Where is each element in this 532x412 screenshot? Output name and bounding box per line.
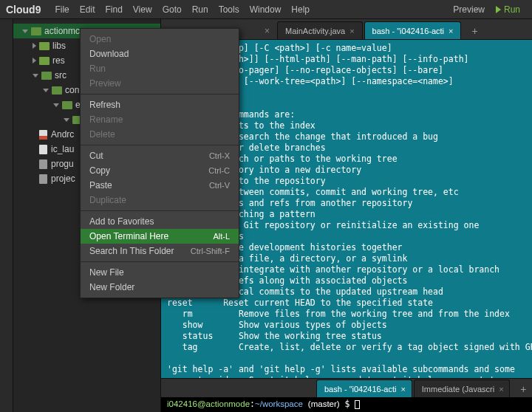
tab-label: Immediate (Javascri bbox=[422, 385, 494, 394]
ctx-label: Paste bbox=[89, 180, 112, 190]
context-menu-item: Preview bbox=[81, 76, 239, 91]
context-menu-item: Open bbox=[81, 32, 239, 47]
tree-label: projec bbox=[51, 174, 75, 184]
brand: Cloud9 bbox=[6, 4, 41, 16]
chevron-right-icon bbox=[33, 58, 36, 63]
ctx-shortcut: Ctrl-C bbox=[208, 166, 230, 175]
separator bbox=[81, 261, 239, 262]
tree-label: con bbox=[65, 85, 79, 95]
ctx-shortcut: Ctrl-X bbox=[209, 151, 230, 160]
context-menu-item[interactable]: New File bbox=[81, 265, 239, 280]
menubar: Cloud9 File Edit Find View Goto Run Tool… bbox=[0, 0, 532, 19]
ctx-shortcut: Ctrl-V bbox=[209, 181, 230, 190]
tree-label: progu bbox=[51, 159, 74, 169]
ctx-shortcut: Ctrl-Shift-F bbox=[191, 247, 230, 255]
context-menu-item[interactable]: New Folder bbox=[81, 280, 239, 295]
context-menu-item: Rename bbox=[81, 112, 239, 127]
ctx-label: Cut bbox=[89, 151, 103, 161]
tree-label: res bbox=[52, 55, 65, 66]
bottom-tabs: bash - "i042416-acti× Immediate (Javascr… bbox=[161, 378, 532, 397]
run-button[interactable]: Run bbox=[490, 4, 526, 15]
preview-button[interactable]: Preview bbox=[448, 4, 490, 15]
add-tab-button[interactable]: + bbox=[514, 381, 532, 397]
folder-icon bbox=[39, 42, 50, 50]
bottom-tab-immediate[interactable]: Immediate (Javascri× bbox=[414, 380, 511, 397]
menu-view[interactable]: View bbox=[128, 4, 157, 15]
chevron-down-icon bbox=[64, 118, 69, 122]
ctx-label: Refresh bbox=[89, 100, 120, 110]
folder-icon bbox=[41, 72, 52, 80]
ctx-label: New Folder bbox=[89, 282, 134, 292]
add-tab-button[interactable]: + bbox=[466, 23, 483, 39]
ctx-label: Open Terminal Here bbox=[89, 231, 168, 241]
close-icon[interactable]: × bbox=[499, 385, 503, 394]
menu-goto[interactable]: Goto bbox=[157, 4, 187, 15]
separator bbox=[81, 94, 239, 95]
play-icon bbox=[496, 6, 501, 13]
ctx-label: Copy bbox=[89, 165, 110, 176]
menu-window[interactable]: Window bbox=[245, 4, 287, 15]
file-icon bbox=[39, 174, 47, 184]
close-icon[interactable]: × bbox=[400, 385, 405, 394]
tab-bash[interactable]: bash - "i042416-acti× bbox=[364, 21, 462, 39]
menu-file[interactable]: File bbox=[50, 4, 74, 15]
context-menu-item: Delete bbox=[81, 127, 239, 142]
chevron-down-icon bbox=[33, 74, 38, 78]
chevron-down-icon bbox=[22, 30, 28, 33]
ctx-label: Open bbox=[89, 34, 111, 44]
bottom-tab-bash[interactable]: bash - "i042416-acti× bbox=[316, 380, 412, 397]
menu-edit[interactable]: Edit bbox=[75, 4, 100, 15]
folder-icon bbox=[31, 27, 41, 35]
separator bbox=[81, 145, 239, 145]
folder-icon bbox=[62, 101, 72, 109]
tree-label: actionmc bbox=[44, 26, 80, 36]
separator bbox=[81, 210, 239, 211]
tab-label: MainActivity.java bbox=[285, 27, 345, 35]
menu-run[interactable]: Run bbox=[187, 4, 214, 15]
ctx-label: Download bbox=[89, 49, 129, 59]
ctx-label: New File bbox=[89, 267, 124, 278]
context-menu-item[interactable]: Download bbox=[81, 47, 239, 61]
tree-label: libs bbox=[52, 41, 66, 51]
folder-icon bbox=[39, 57, 50, 65]
context-menu-item[interactable]: CutCtrl-X bbox=[81, 148, 239, 163]
tab-label: bash - "i042416-acti bbox=[372, 27, 444, 35]
context-menu-item[interactable]: Add to Favorites bbox=[81, 214, 239, 229]
file-icon bbox=[39, 145, 47, 154]
context-menu-item: Duplicate bbox=[81, 193, 239, 207]
menu-help[interactable]: Help bbox=[286, 4, 315, 15]
tree-label: ic_lau bbox=[51, 144, 74, 154]
ctx-label: Duplicate bbox=[89, 195, 126, 205]
ctx-label: Search In This Folder bbox=[89, 246, 174, 256]
context-menu-item[interactable]: PasteCtrl-V bbox=[81, 178, 239, 193]
context-menu-item[interactable]: CopyCtrl-C bbox=[81, 163, 239, 178]
ctx-label: Delete bbox=[89, 129, 115, 140]
context-menu-item[interactable]: Refresh bbox=[81, 97, 239, 112]
bottom-terminal[interactable]: i042416@actionmode:~/workspace (master) … bbox=[161, 397, 532, 412]
chevron-right-icon bbox=[33, 43, 36, 49]
tree-label: Andrc bbox=[51, 129, 74, 140]
context-menu: OpenDownloadRunPreviewRefreshRenameDelet… bbox=[80, 28, 239, 298]
file-icon bbox=[39, 159, 47, 169]
ctx-shortcut: Alt-L bbox=[213, 232, 230, 241]
tab-mainactivity[interactable]: MainActivity.java× bbox=[277, 21, 363, 39]
context-menu-item[interactable]: Search In This FolderCtrl-Shift-F bbox=[81, 244, 239, 258]
run-label: Run bbox=[504, 4, 520, 15]
chevron-down-icon bbox=[43, 89, 49, 92]
context-menu-item[interactable]: Open Terminal HereAlt-L bbox=[81, 229, 239, 244]
ctx-label: Rename bbox=[89, 114, 123, 125]
menu-tools[interactable]: Tools bbox=[214, 4, 245, 15]
menu-find[interactable]: Find bbox=[100, 4, 127, 15]
left-gutter bbox=[0, 19, 13, 412]
file-icon bbox=[39, 130, 47, 140]
tree-label: src bbox=[55, 70, 66, 80]
folder-icon bbox=[52, 86, 62, 95]
close-icon[interactable]: × bbox=[349, 27, 354, 35]
context-menu-item: Run bbox=[81, 61, 239, 76]
ctx-label: Preview bbox=[89, 78, 121, 89]
tab-label: bash - "i042416-acti bbox=[324, 385, 396, 394]
close-icon[interactable]: × bbox=[265, 26, 270, 36]
chevron-down-icon bbox=[53, 103, 59, 107]
close-icon[interactable]: × bbox=[449, 27, 453, 35]
ctx-label: Run bbox=[89, 63, 106, 74]
